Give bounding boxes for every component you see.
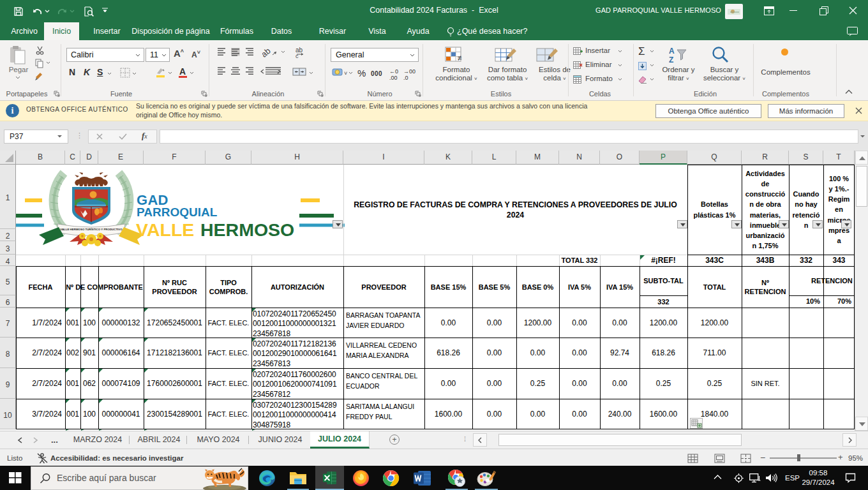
svg-text:A: A [669,47,675,56]
svg-text:PARROQUIAL: PARROQUIAL [137,205,218,219]
svg-text:ab: ab [262,47,273,58]
svg-text:VALLE HERMOSO TURÍSTICO Y PROD: VALLE HERMOSO TURÍSTICO Y PRODUCTIVO [60,228,123,231]
svg-text:VALLE: VALLE [136,219,194,240]
svg-text:c: c [296,53,299,58]
svg-text:≠: ≠ [458,54,462,63]
svg-text:Z: Z [669,56,673,64]
svg-text:HERMOSO: HERMOSO [200,219,294,240]
svg-text:˅: ˅ [344,70,347,77]
